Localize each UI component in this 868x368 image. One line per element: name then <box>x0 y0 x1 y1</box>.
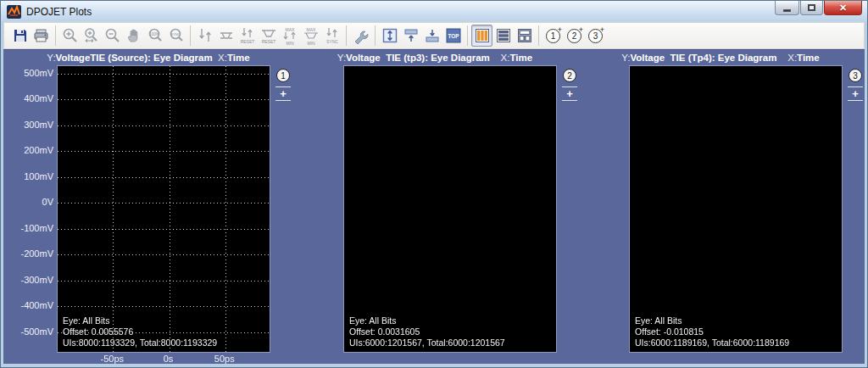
eye-maxmin-icon: MAXMIN <box>302 26 320 45</box>
x-axis-labels: -50ps0s50ps <box>57 354 270 366</box>
print-button[interactable] <box>31 25 52 47</box>
svg-text:100%: 100% <box>149 32 159 36</box>
fit-vertical-button[interactable] <box>379 25 400 47</box>
expand-plot-button[interactable]: + <box>562 86 577 101</box>
dock-top-all-button[interactable]: TOP <box>442 25 464 47</box>
toolbar-separator <box>55 25 56 46</box>
title-bar[interactable]: DPOJET Plots ✕ <box>1 1 867 22</box>
eye-reset-button[interactable]: RESET <box>258 25 279 47</box>
expand-plot-button[interactable]: + <box>275 86 291 101</box>
toolbar-separator <box>467 25 468 46</box>
close-button[interactable]: ✕ <box>824 1 862 15</box>
configure-button[interactable] <box>350 25 371 47</box>
plus-icon: + <box>558 26 562 33</box>
add-plot-1-button[interactable]: 1 + <box>542 25 564 47</box>
dock-bottom-button[interactable] <box>421 25 442 47</box>
svg-text:RESET: RESET <box>261 39 275 44</box>
y-axis-labels: 500mV400mV300mV200mV100mV0V-100mV-200mV-… <box>25 65 55 351</box>
zoom-sync-button[interactable]: SYNC <box>165 25 186 47</box>
y-tick-label: 100mV <box>11 171 53 181</box>
maximize-button[interactable] <box>800 1 823 15</box>
pan-button[interactable] <box>123 25 144 47</box>
markers-maxmin-button[interactable]: MAXMIN <box>279 25 300 47</box>
pan-hand-icon <box>125 27 142 44</box>
eye-maxmin-button[interactable]: MAXMIN <box>300 25 321 47</box>
save-icon <box>13 28 28 43</box>
plot-canvas-wrap[interactable]: Eye: All Bits Offset: -0.010815 UIs:6000… <box>629 65 843 353</box>
eye-diagram-canvas-2[interactable] <box>344 66 556 352</box>
save-button[interactable] <box>9 25 31 47</box>
plot-title: Y:Voltage TIE (tp3): Eye Diagram X:Time <box>311 53 559 63</box>
zoom-out-icon <box>104 27 121 44</box>
x-tick-label: -50ps <box>86 354 137 364</box>
markers-button[interactable] <box>194 25 215 47</box>
x-axis-labels <box>629 354 843 366</box>
y-tick-label: -200mV <box>11 248 53 259</box>
top-icon: TOP <box>445 27 462 44</box>
zoom-100-icon: 100% <box>147 27 164 44</box>
plot-canvas-wrap[interactable]: Eye: All Bits Offset: 0.0031605 UIs:6000… <box>343 65 557 353</box>
app-icon <box>7 5 21 19</box>
svg-text:MAX: MAX <box>306 27 316 32</box>
y-tick-label: 300mV <box>11 120 53 130</box>
markers-reset-icon: RESET <box>238 26 257 45</box>
layout-columns-icon <box>474 27 491 44</box>
y-tick-label: -500mV <box>11 326 53 337</box>
layout-mixed-icon <box>516 27 533 44</box>
window-title: DPOJET Plots <box>26 6 92 18</box>
y-tick-label: -400mV <box>11 300 53 310</box>
svg-text:MIN: MIN <box>286 41 294 46</box>
minimize-icon <box>783 9 791 12</box>
layout-columns-button[interactable] <box>471 25 492 47</box>
eye-diagram-canvas-1[interactable] <box>58 66 270 352</box>
toolbar-separator <box>375 25 376 46</box>
expand-plot-button[interactable]: + <box>848 86 863 101</box>
zoom-out-button[interactable] <box>102 25 123 47</box>
markers-reset-button[interactable]: RESET <box>236 25 258 47</box>
toolbar-separator <box>538 25 539 46</box>
markers-sync-icon: SYNC <box>323 26 342 45</box>
close-icon: ✕ <box>839 3 847 14</box>
eye-limits-icon <box>218 27 235 44</box>
markers-sync-button[interactable]: SYNC <box>321 25 342 47</box>
y-tick-label: 0V <box>11 197 53 207</box>
plus-icon: + <box>579 26 583 33</box>
y-tick-label: -300mV <box>11 275 53 285</box>
dock-top-button[interactable] <box>400 25 421 47</box>
layout-rows-icon <box>495 27 512 44</box>
svg-text:MAX: MAX <box>285 27 295 32</box>
plot-title: Y:Voltage TIE (Tp4): Eye Diagram X:Time <box>597 53 844 63</box>
zoom-100-button[interactable]: 100% <box>144 25 165 47</box>
zoom-in-button[interactable] <box>59 25 81 47</box>
dpojet-plots-window: DPOJET Plots ✕ 100% SYNC <box>0 0 868 368</box>
minimize-button[interactable] <box>775 1 799 15</box>
add-plot-2-button[interactable]: 2 + <box>564 25 585 47</box>
plot-number-badge: 1 <box>276 69 290 82</box>
x-tick-label: 50ps <box>199 354 250 364</box>
layout-mixed-button[interactable] <box>514 25 535 47</box>
zoom-in-icon <box>62 27 79 44</box>
plot-canvas-wrap[interactable]: Eye: All Bits Offset: 0.0055576 UIs:8000… <box>57 65 270 353</box>
y-tick-label: -100mV <box>11 223 53 233</box>
toolbar-separator <box>346 25 347 46</box>
toolbar-separator <box>190 25 191 46</box>
svg-text:MIN: MIN <box>307 41 315 46</box>
plot-annotation: Eye: All Bits Offset: 0.0055576 UIs:8000… <box>63 315 217 348</box>
zoom-sync-icon: SYNC <box>168 27 185 44</box>
eye-diagram-canvas-3[interactable] <box>630 66 842 352</box>
y-tick-label: 200mV <box>11 145 53 155</box>
plot-annotation: Eye: All Bits Offset: 0.0031605 UIs:6000… <box>349 315 505 348</box>
plots-area: Y:VoltageTIE (Source): Eye Diagram X:Tim… <box>3 49 865 364</box>
fit-vertical-icon <box>381 27 398 44</box>
eye-limits-button[interactable] <box>215 25 236 47</box>
plus-icon: + <box>600 26 604 33</box>
y-axis-labels <box>597 65 627 351</box>
plot-number-badge: 2 <box>563 69 576 82</box>
layout-rows-button[interactable] <box>492 25 514 47</box>
zoom-horizontal-button[interactable] <box>81 25 102 47</box>
add-plot-3-button[interactable]: 3 + <box>585 25 606 47</box>
x-axis-labels <box>343 354 557 366</box>
markers-maxmin-icon: MAXMIN <box>281 26 299 45</box>
plot-title: Y:VoltageTIE (Source): Eye Diagram X:Tim… <box>25 53 272 63</box>
wrench-icon <box>353 27 370 44</box>
